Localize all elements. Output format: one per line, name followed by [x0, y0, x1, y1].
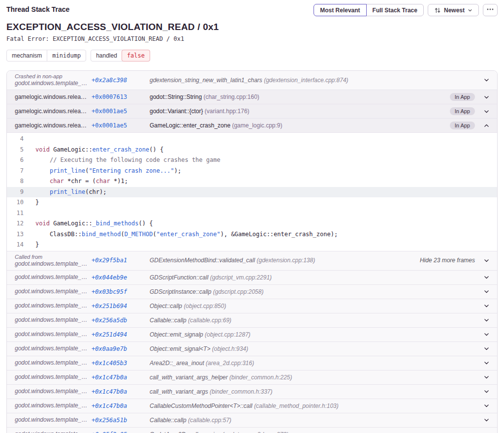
chevron-down-icon[interactable] [483, 94, 490, 100]
line-number: 13 [7, 229, 24, 240]
line-number: 8 [7, 176, 24, 187]
code-line: 14} [7, 240, 497, 250]
chevron-down-icon[interactable] [483, 317, 490, 323]
stack-frame-row[interactable]: godot.windows.template_…+0x03bc95fGDScri… [7, 284, 497, 299]
frame-address-link[interactable]: +0x2a8c398 [92, 77, 150, 84]
frame-module: gamelogic.windows.relea… [15, 122, 92, 129]
frame-address-link[interactable]: +0x03bc95f [92, 288, 150, 295]
chevron-down-icon[interactable] [483, 108, 490, 115]
frame-address-link[interactable]: +0x251d494 [92, 331, 150, 338]
most-relevant-button[interactable]: Most Relevant [314, 4, 366, 16]
frame-function: GDScriptInstance::callp (gdscript.cpp:20… [150, 288, 475, 295]
frame-function-name: godot::Variant::{ctor} [150, 108, 203, 115]
hide-frames-toggle[interactable]: Hide 23 more frames [420, 257, 475, 264]
more-options-button[interactable] [483, 4, 498, 16]
frame-address-link[interactable]: +0x256a5db [92, 317, 150, 324]
frame-address-link[interactable]: +0x1c47b0a [92, 388, 150, 395]
sort-arrows-icon [434, 7, 441, 14]
line-number: 9 [7, 187, 24, 198]
frame-address-link[interactable]: +0x0001ae5 [92, 122, 150, 129]
frame-function-name: Callable::callp [150, 417, 187, 424]
code-line: 11 [7, 208, 497, 219]
sort-dropdown-button[interactable]: Newest [428, 4, 479, 16]
frame-function-name: GDScriptInstance::callp [150, 288, 211, 295]
frame-address-link[interactable]: +0x0001ae5 [92, 108, 150, 115]
frame-source-location: (gdscript.cpp:2058) [213, 288, 264, 295]
tag-value: minidump [47, 50, 86, 61]
frame-address-link[interactable]: +0x1c47b0a [92, 402, 150, 409]
frame-function: GDScriptFunction::call (gdscript_vm.cpp:… [150, 274, 475, 281]
stack-frame-row[interactable]: godot.windows.template_…+0x256a51bCallab… [7, 413, 497, 427]
frame-module: godot.windows.template_… [15, 416, 92, 424]
code-line: 6 // Executing the following code crashe… [7, 155, 497, 166]
chevron-down-icon[interactable] [483, 345, 490, 352]
frame-address-link[interactable]: +0x29f5ba1 [92, 257, 150, 264]
chevron-down-icon[interactable] [483, 417, 490, 423]
stack-frame-row[interactable]: gamelogic.windows.relea…+0x0001ae5GameLo… [7, 118, 497, 132]
frame-address-link[interactable]: +0x251b694 [92, 303, 150, 309]
frame-function-name: gdextension_string_new_with_latin1_chars [150, 77, 262, 84]
chevron-down-icon[interactable] [483, 274, 490, 280]
chevron-down-icon[interactable] [483, 360, 490, 366]
frame-function: Callable::callp (callable.cpp:57) [150, 417, 475, 424]
frame-address-link[interactable]: +0x256a51b [92, 417, 150, 424]
chevron-down-icon[interactable] [483, 77, 490, 83]
frame-address-link[interactable]: +0x0007613 [92, 93, 150, 100]
chevron-down-icon[interactable] [483, 402, 490, 409]
frame-module-name: godot.windows.template_… [15, 416, 92, 424]
frame-source-location: (binder_common.h:225) [229, 374, 292, 381]
code-line: 10} [7, 197, 497, 208]
stack-frame-row[interactable]: godot.windows.template_…+0x251d494Object… [7, 327, 497, 341]
in-app-badge: In App [450, 122, 475, 129]
frame-source-location: (callable.cpp:69) [188, 317, 231, 324]
full-stack-trace-button[interactable]: Full Stack Trace [366, 4, 424, 16]
frame-function-name: Area2D::_area_inout [150, 360, 204, 367]
frame-address-link[interactable]: +0x1c405b3 [92, 360, 150, 367]
frame-module: godot.windows.template_… [15, 274, 92, 281]
stack-frame-row[interactable]: godot.windows.template_…+0x1c47b0acall_w… [7, 384, 497, 399]
frame-function: godot::String::String (char_string.cpp:1… [150, 93, 445, 100]
frame-module-name: gamelogic.windows.relea… [15, 93, 92, 101]
chevron-down-icon[interactable] [483, 388, 490, 395]
frame-address-link[interactable]: +0x05f3a05 [92, 431, 150, 433]
topbar: Thread Stack Trace Most Relevant Full St… [6, 4, 498, 17]
stack-frame-row[interactable]: gamelogic.windows.relea…+0x0001ae5godot:… [7, 104, 497, 118]
code-line: 5void GameLogic::enter_crash_zone() { [7, 145, 497, 155]
line-number: 14 [7, 240, 24, 250]
code-source: } [35, 240, 39, 250]
stack-frame-row[interactable]: godot.windows.template_…+0x0aa9e7bObject… [7, 341, 497, 356]
chevron-down-icon[interactable] [483, 331, 490, 338]
frame-module: godot.windows.template_… [15, 359, 92, 367]
chevron-down-icon[interactable] [483, 288, 490, 295]
chevron-down-icon[interactable] [483, 257, 490, 264]
stack-frame-row[interactable]: godot.windows.template_…+0x044eb9eGDScri… [7, 270, 497, 284]
code-source: void GameLogic::_bind_methods() { [35, 218, 153, 229]
stack-frame-row[interactable]: godot.windows.template_…+0x251b694Object… [7, 299, 497, 313]
frame-module-name: godot.windows.template_… [15, 431, 92, 433]
stack-frame-row[interactable]: gamelogic.windows.relea…+0x0007613godot:… [7, 90, 497, 104]
stack-frame-row[interactable]: Crashed in non-appgodot.windows.template… [7, 71, 497, 90]
frame-address-link[interactable]: +0x044eb9e [92, 274, 150, 281]
line-number: 12 [7, 218, 24, 229]
chevron-down-icon[interactable] [483, 303, 490, 309]
line-number: 11 [7, 208, 24, 219]
frame-module-name: godot.windows.template_… [15, 260, 92, 268]
stack-frame-row[interactable]: godot.windows.template_…+0x05f3a05GodotA… [7, 427, 497, 433]
stack-frame-row[interactable]: godot.windows.template_…+0x1c405b3Area2D… [7, 356, 497, 370]
stack-frame-row[interactable]: godot.windows.template_…+0x1c47b0acall_w… [7, 370, 497, 384]
frame-address-link[interactable]: +0x1c47b0a [92, 374, 150, 381]
frame-address-link[interactable]: +0x0aa9e7b [92, 345, 150, 352]
stack-frame-row[interactable]: godot.windows.template_…+0x256a5dbCallab… [7, 313, 497, 327]
stack-frame-row[interactable]: godot.windows.template_…+0x1c47b0aCallab… [7, 399, 497, 413]
tag-handled[interactable]: handled false [91, 50, 150, 62]
chevron-down-icon[interactable] [483, 374, 490, 380]
stack-frame-row[interactable]: Called fromgodot.windows.template_…+0x29… [7, 251, 497, 270]
frame-function-name: call_with_variant_args_helper [150, 374, 228, 381]
tag-mechanism[interactable]: mechanism minidump [6, 50, 86, 62]
chevron-down-icon[interactable] [483, 431, 490, 433]
frame-module-name: godot.windows.template_… [15, 80, 92, 87]
frame-source-location: (binder_common.h:337) [210, 388, 272, 395]
chevron-up-icon[interactable] [483, 123, 490, 129]
view-toggle-group: Most Relevant Full Stack Trace [314, 4, 424, 16]
frame-function: Callable::callp (callable.cpp:69) [150, 317, 475, 324]
